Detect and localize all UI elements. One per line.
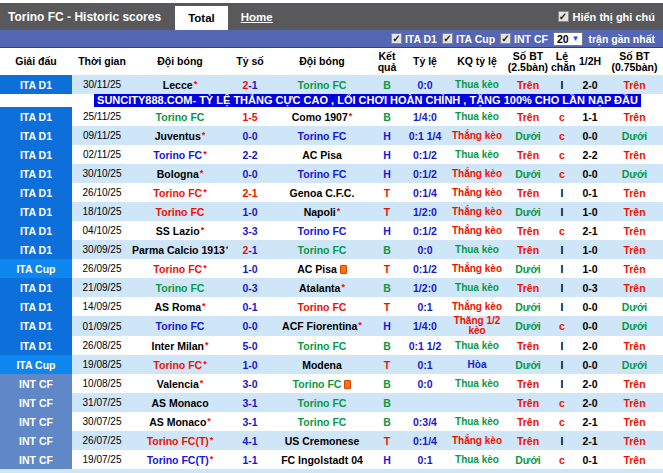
handicap-result: Thắng kèo bbox=[448, 297, 506, 316]
table-row: INT CF30/07/25AS Monaco*3-1Torino FCB0:3… bbox=[0, 412, 663, 431]
away-team: Torino FC bbox=[272, 374, 372, 393]
match-date: 14/09/25 bbox=[72, 297, 132, 316]
over-under-0-75: Trên bbox=[606, 75, 663, 94]
ad-banner-row: SUNCITY888.COM- TỶ LỆ THẮNG CỰC CAO , LỐ… bbox=[0, 94, 663, 107]
away-team: Torino FC bbox=[272, 75, 372, 94]
handicap-result: Thua kèo bbox=[448, 278, 506, 297]
table-row: ITA D101/09/25Torino FC0-0ACF Fiorentina… bbox=[0, 316, 663, 336]
tab-total[interactable]: Total bbox=[175, 6, 228, 30]
result-letter: T bbox=[372, 183, 402, 202]
score: 0-0 bbox=[228, 164, 272, 183]
tab-home[interactable]: Home bbox=[228, 3, 286, 30]
home-team: Torino FC bbox=[132, 202, 228, 221]
note-star: * bbox=[194, 79, 198, 89]
score: 1-0 bbox=[228, 259, 272, 278]
home-team: Lecce* bbox=[132, 75, 228, 94]
away-goals: -1 bbox=[248, 79, 257, 91]
result-letter: H bbox=[372, 450, 402, 469]
handicap-result: Thắng kèo bbox=[448, 126, 506, 145]
table-row: ITA D109/11/25Juventus*0-0Torino FCH0:1 … bbox=[0, 126, 663, 145]
match-date: 30/09/25 bbox=[72, 240, 132, 259]
result-letter: T bbox=[372, 355, 402, 374]
table-row: INT CF19/07/25Torino FC(T)*1-1FC Ingolst… bbox=[0, 450, 663, 469]
over-under-0-75: Trên bbox=[606, 393, 663, 412]
result-letter: H bbox=[372, 145, 402, 164]
team-name: Torino FC bbox=[153, 187, 202, 199]
half-time-score: 1-0 bbox=[574, 202, 606, 221]
handicap-result: Thắng kèo bbox=[448, 202, 506, 221]
checkbox-icon[interactable]: ✓ bbox=[558, 11, 569, 22]
over-under-2-5: Dưới bbox=[506, 259, 550, 278]
away-goals: -2 bbox=[248, 149, 257, 161]
card-icon bbox=[340, 265, 347, 274]
table-row: ITA Cup26/09/25Torino FC*1-0AC PisaT0:1/… bbox=[0, 259, 663, 278]
table-row: ITA D114/09/25AS Roma*0-1Torino FCT0:1Th… bbox=[0, 297, 663, 316]
over-under-0-75: Dưới bbox=[606, 316, 663, 336]
over-under-2-5: Dưới bbox=[506, 164, 550, 183]
odd-even: c bbox=[550, 316, 574, 336]
handicap-odds: 1/2:0 bbox=[402, 202, 448, 221]
table-row: INT CF26/07/25Torino FC(T)*4-1US Cremone… bbox=[0, 431, 663, 450]
over-under-0-75: Trên bbox=[606, 278, 663, 297]
team-name: Torino FC bbox=[156, 111, 205, 123]
result-letter: B bbox=[372, 278, 402, 297]
odd-even: l bbox=[550, 355, 574, 374]
handicap-odds: 1/4:0 bbox=[402, 107, 448, 126]
table-row: ITA D130/11/25Lecce*2-1Torino FCB0:0Thua… bbox=[0, 75, 663, 94]
league-badge: ITA D1 bbox=[0, 316, 72, 336]
match-date: 18/10/25 bbox=[72, 202, 132, 221]
match-date: 31/07/25 bbox=[72, 393, 132, 412]
over-under-2-5: Dưới bbox=[506, 355, 550, 374]
handicap-odds: 0:1/2 bbox=[402, 259, 448, 278]
note-star: * bbox=[358, 320, 362, 330]
note-star: * bbox=[210, 454, 214, 464]
handicap-result: Thắng kèo bbox=[448, 221, 506, 240]
filter-ita-cup[interactable]: ✓ ITA Cup bbox=[442, 33, 495, 45]
filter-int-cf[interactable]: ✓ INT CF bbox=[500, 33, 548, 45]
home-team: Bologna* bbox=[132, 164, 228, 183]
handicap-result: Thắng kèo bbox=[448, 259, 506, 278]
over-under-2-5: Dưới bbox=[506, 202, 550, 221]
away-goals: -0 bbox=[248, 168, 257, 180]
match-date: 04/10/25 bbox=[72, 221, 132, 240]
show-notes-toggle[interactable]: ✓ Hiển thị ghi chú bbox=[558, 3, 656, 30]
handicap-result: Thua kèo bbox=[448, 145, 506, 164]
away-goals: -5 bbox=[248, 111, 257, 123]
checkbox-icon[interactable]: ✓ bbox=[442, 33, 453, 44]
league-badge: INT CF bbox=[0, 431, 72, 450]
ad-banner-link[interactable]: SUNCITY888.COM- TỶ LỆ THẮNG CỰC CAO , LỐ… bbox=[94, 94, 641, 107]
league-badge: ITA D1 bbox=[0, 145, 72, 164]
score: 0-1 bbox=[228, 297, 272, 316]
handicap-odds: 0:0 bbox=[402, 240, 448, 259]
away-team: Torino FC bbox=[272, 126, 372, 145]
note-star: * bbox=[200, 168, 204, 178]
over-under-0-75: Trên bbox=[606, 145, 663, 164]
odd-even: l bbox=[550, 259, 574, 278]
league-badge: ITA D1 bbox=[0, 278, 72, 297]
checkbox-icon[interactable]: ✓ bbox=[500, 33, 511, 44]
col-header-score: Tỷ số bbox=[228, 48, 272, 75]
match-count-select[interactable]: 20 ▼ bbox=[553, 32, 584, 46]
team-name: Torino FC bbox=[298, 130, 347, 142]
home-team: Valencia* bbox=[132, 374, 228, 393]
team-name: AC Pisa bbox=[302, 149, 342, 161]
score: 0-0 bbox=[228, 316, 272, 336]
match-date: 26/07/25 bbox=[72, 431, 132, 450]
match-date: 19/07/25 bbox=[72, 450, 132, 469]
col-header-odds-result: KQ tỷ lệ bbox=[448, 48, 506, 75]
score: 3-1 bbox=[228, 412, 272, 431]
match-date: 01/09/25 bbox=[72, 316, 132, 336]
league-badge: ITA D1 bbox=[0, 126, 72, 145]
over-under-2-5: Trên bbox=[506, 107, 550, 126]
handicap-odds: 0:1/2 bbox=[402, 164, 448, 183]
home-team: Torino FC* bbox=[132, 183, 228, 202]
away-team: Genoa C.F.C. bbox=[272, 183, 372, 202]
result-letter: T bbox=[372, 431, 402, 450]
checkbox-icon[interactable]: ✓ bbox=[391, 33, 402, 44]
filter-label: ITA D1 bbox=[405, 33, 437, 45]
score: 2-2 bbox=[228, 145, 272, 164]
over-under-0-75: Trên bbox=[606, 202, 663, 221]
col-header-date: Thời gian bbox=[72, 48, 132, 75]
handicap-odds: 0:3/4 bbox=[402, 412, 448, 431]
filter-ita-d1[interactable]: ✓ ITA D1 bbox=[391, 33, 437, 45]
